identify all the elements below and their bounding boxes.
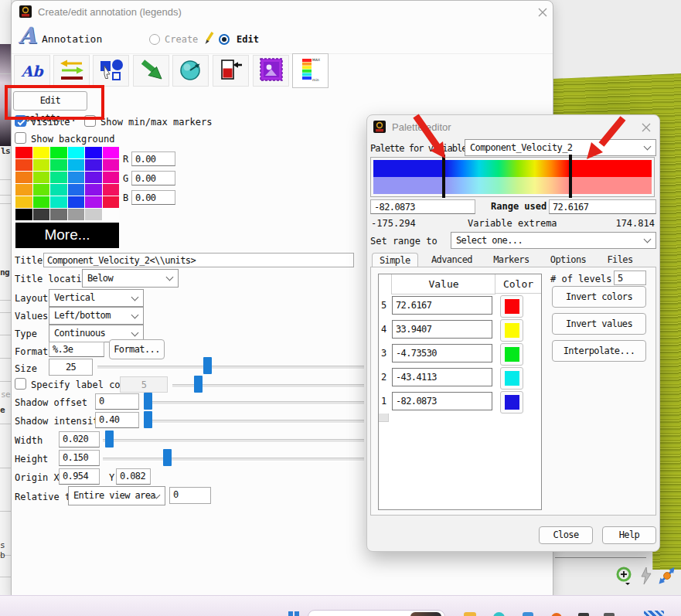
height-slider-handle[interactable] (163, 449, 172, 466)
taskbar-striped-app-icon[interactable] (644, 611, 664, 616)
height-input[interactable]: 0.150 (59, 450, 100, 466)
level-color-button[interactable] (500, 319, 523, 342)
color-swatch[interactable] (33, 147, 50, 158)
color-swatch[interactable] (50, 172, 67, 183)
line2d-annotation-button[interactable] (53, 55, 90, 87)
color-swatch[interactable] (33, 196, 50, 208)
tab-options[interactable]: Options (543, 252, 594, 267)
level-value-input[interactable]: 33.9407 (392, 320, 492, 339)
color-swatch[interactable] (85, 147, 102, 158)
shadow-intensity-slider-handle[interactable] (144, 411, 152, 428)
palette-gradient-panel[interactable] (370, 157, 655, 197)
color-swatch[interactable] (33, 159, 50, 171)
close-icon[interactable] (537, 7, 550, 19)
interpolate-button[interactable]: Interpolate... (552, 340, 646, 362)
taskbar-blue-app-icon[interactable] (523, 612, 533, 616)
resize-arrows-icon[interactable] (657, 566, 677, 588)
more-colors-button[interactable]: More... (15, 223, 119, 248)
shadow-intensity-slider-track[interactable] (145, 420, 364, 424)
color-swatch[interactable] (50, 159, 67, 171)
time-slider-annotation-button[interactable] (172, 55, 209, 87)
color-swatch[interactable] (50, 209, 67, 220)
level-value-input[interactable]: -82.0873 (392, 392, 492, 410)
level-value-input[interactable]: -4.73530 (392, 344, 492, 362)
taskbar-search-pill[interactable] (308, 610, 445, 616)
width-input[interactable]: 0.020 (59, 431, 100, 448)
color-swatch[interactable] (103, 172, 120, 183)
relative-extra-input[interactable]: 0 (169, 487, 211, 504)
show-minmax-label[interactable]: Show min/max markers (100, 117, 213, 128)
color-swatch[interactable] (85, 196, 102, 208)
color-swatch[interactable] (68, 184, 85, 196)
image-export-annotation-button[interactable] (213, 55, 249, 87)
level-value-input[interactable]: 72.6167 (392, 296, 492, 315)
taskbar-dark-app-icon[interactable] (578, 613, 589, 616)
origin-y-input[interactable]: 0.082 (116, 468, 151, 485)
level-color-button[interactable] (500, 367, 523, 390)
r-field[interactable]: 0.00 (131, 151, 175, 166)
tab-advanced[interactable]: Advanced (424, 252, 480, 267)
width-slider-track[interactable] (103, 439, 364, 443)
label-count-input[interactable]: 5 (120, 376, 168, 393)
color-swatch[interactable] (103, 196, 120, 208)
create-radio-label[interactable]: Create (165, 34, 198, 45)
color-swatch[interactable] (50, 147, 67, 158)
color-swatch[interactable] (85, 209, 102, 220)
close-icon[interactable] (641, 122, 653, 134)
text-annotation-button[interactable]: Ab (14, 55, 50, 87)
level-color-button[interactable] (500, 295, 523, 318)
color-swatch[interactable] (15, 184, 32, 196)
help-button[interactable]: Help (602, 526, 656, 544)
color-swatch[interactable] (68, 172, 85, 183)
label-count-checkbox[interactable] (15, 378, 26, 390)
color-swatch[interactable] (85, 172, 102, 183)
windows-start-icon[interactable] (288, 611, 299, 616)
taskbar-gray-app-icon[interactable] (604, 613, 615, 616)
color-swatch[interactable] (103, 184, 120, 196)
color-swatch[interactable] (85, 184, 102, 196)
taskbar[interactable] (0, 595, 681, 616)
tab-markers[interactable]: Markers (485, 252, 536, 267)
color-swatch[interactable] (50, 184, 67, 196)
color-swatch[interactable] (15, 159, 32, 171)
invert-colors-button[interactable]: Invert colors (552, 286, 646, 308)
color-swatch[interactable] (68, 147, 85, 158)
create-radio[interactable] (149, 34, 160, 45)
shadow-intensity-input[interactable]: 0.40 (95, 412, 139, 428)
color-swatch[interactable] (15, 209, 32, 220)
size-slider-handle[interactable] (203, 357, 212, 374)
format-button[interactable]: Format... (109, 339, 165, 359)
values-select[interactable]: Left/bottom (49, 307, 144, 325)
size-input[interactable]: 25 (49, 359, 93, 376)
tab-files[interactable]: Files (599, 252, 640, 267)
color-swatch[interactable] (68, 159, 85, 171)
color-swatch[interactable] (33, 172, 50, 183)
tab-simple[interactable]: Simple (372, 253, 418, 268)
color-swatch[interactable] (68, 209, 85, 220)
shadow-offset-input[interactable]: 0 (95, 393, 139, 410)
set-range-select[interactable]: Select one... (451, 232, 656, 249)
show-background-label[interactable]: Show background (31, 134, 114, 145)
zoom-in-icon[interactable] (615, 566, 634, 588)
color-swatch[interactable] (15, 172, 32, 183)
levels-input[interactable]: 5 (614, 271, 646, 285)
taskbar-orange-app-icon[interactable] (551, 613, 562, 616)
shapes-annotation-button[interactable] (93, 55, 129, 87)
format-input[interactable]: %.3e (49, 342, 104, 357)
title-location-select[interactable]: Below (82, 269, 179, 288)
close-button[interactable]: Close (539, 526, 593, 544)
lightning-icon[interactable] (639, 566, 652, 588)
color-swatch[interactable] (33, 184, 50, 196)
range-max-input[interactable]: 72.6167 (549, 199, 656, 214)
label-count-slider-handle[interactable] (194, 376, 203, 393)
layout-select[interactable]: Vertical (49, 289, 144, 307)
color-swatch[interactable] (103, 159, 120, 171)
level-value-input[interactable]: -43.4113 (392, 368, 492, 386)
color-swatch[interactable] (103, 147, 120, 158)
width-slider-handle[interactable] (105, 431, 114, 448)
shadow-offset-slider-handle[interactable] (144, 393, 152, 410)
relative-to-select[interactable]: Entire view area (68, 486, 165, 505)
level-color-button[interactable] (500, 391, 523, 414)
palette-marker-2[interactable] (569, 155, 572, 198)
b-field[interactable]: 0.00 (131, 190, 175, 205)
